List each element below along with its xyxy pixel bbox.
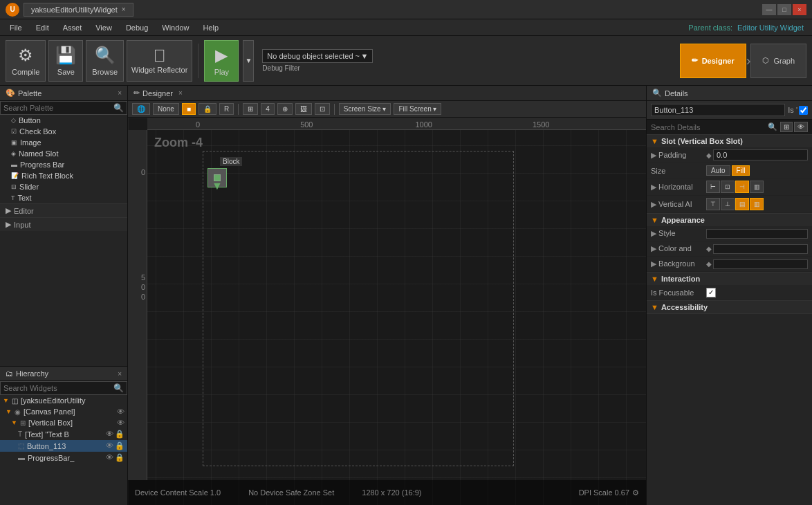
h-align-fill[interactable]: ▥ xyxy=(750,181,764,193)
style-expand-icon[interactable]: ▶ xyxy=(651,229,656,237)
palette-search-icon[interactable]: 🔍 xyxy=(113,103,124,113)
hier-root[interactable]: ▼ ◫ [yaksueEditorUtility xyxy=(0,395,127,406)
none-button[interactable]: None xyxy=(153,103,179,115)
palette-item-button[interactable]: ◇ Button xyxy=(0,115,127,126)
menu-view[interactable]: View xyxy=(89,22,119,33)
fill-button[interactable]: ■ xyxy=(182,103,196,115)
widget-box[interactable]: ▼ xyxy=(207,168,227,187)
graph-button[interactable]: ⬡ Graph xyxy=(750,44,806,78)
debug-object-dropdown[interactable]: No debug object selected ~ ▼ xyxy=(262,49,373,63)
minimize-button[interactable]: — xyxy=(762,4,776,15)
designer-button[interactable]: ✏ Designer xyxy=(680,44,746,78)
accessibility-header[interactable]: ▼ Accessibility xyxy=(647,301,812,313)
play-dropdown[interactable]: ▼ xyxy=(243,40,254,82)
palette-item-checkbox[interactable]: ☑ Check Box xyxy=(0,126,127,137)
text-lock-icon[interactable]: 🔒 xyxy=(115,430,124,439)
v-align-fill[interactable]: ▥ xyxy=(750,198,764,210)
globe-button[interactable]: 🌐 xyxy=(132,103,150,115)
grid-button[interactable]: ⊞ xyxy=(243,103,258,115)
canvas-area[interactable]: 0 500 1000 1500 0 5 0 0 Zoom -4 Block xyxy=(128,118,646,505)
save-button[interactable]: 💾 Save xyxy=(48,40,83,82)
details-search-input[interactable] xyxy=(651,123,765,131)
color-expand-icon[interactable]: ▶ xyxy=(651,244,656,252)
slot-section-header[interactable]: ▼ Slot (Vertical Box Slot) xyxy=(647,135,812,147)
widget-reflector-button[interactable]: ⎕ Widget Reflector xyxy=(127,40,192,82)
4-button[interactable]: 4 xyxy=(261,103,275,115)
details-grid-view[interactable]: ⊞ xyxy=(780,122,793,132)
menu-file[interactable]: File xyxy=(3,22,29,33)
btn-lock-icon[interactable]: 🔒 xyxy=(115,441,124,450)
move-button[interactable]: ⊕ xyxy=(277,103,293,115)
vbox-eye-icon[interactable]: 👁 xyxy=(117,419,124,427)
dpi-settings-icon[interactable]: ⚙ xyxy=(632,488,639,497)
hierarchy-collapse[interactable]: × xyxy=(118,370,122,378)
hier-text[interactable]: T [Text] "Text B 👁 🔒 xyxy=(0,428,127,440)
focusable-checkbox[interactable]: ✓ xyxy=(706,288,716,297)
v-align-top[interactable]: ⊤ xyxy=(706,198,720,210)
pb-eye-icon[interactable]: 👁 xyxy=(106,453,113,462)
details-search-icon[interactable]: 🔍 xyxy=(768,122,777,131)
text-eye-icon[interactable]: 👁 xyxy=(106,430,113,439)
zoom-button[interactable]: ⊡ xyxy=(315,103,330,115)
palette-collapse[interactable]: × xyxy=(118,89,122,97)
h-align-left[interactable]: ⊢ xyxy=(706,181,720,193)
btn-eye-icon[interactable]: 👁 xyxy=(106,441,113,450)
palette-item-image[interactable]: ▣ Image xyxy=(0,137,127,148)
section-input[interactable]: ▶ Input xyxy=(0,217,127,231)
tab-close[interactable]: × xyxy=(122,6,126,13)
details-name-row: Is ' xyxy=(647,101,812,120)
details-eye-view[interactable]: 👁 xyxy=(794,122,808,132)
menu-edit[interactable]: Edit xyxy=(29,22,56,33)
widget-name-input[interactable] xyxy=(651,104,785,116)
hier-canvas-panel[interactable]: ▼ ◉ [Canvas Panel] 👁 xyxy=(0,406,127,417)
hier-vertical-box[interactable]: ▼ ⊞ [Vertical Box] 👁 xyxy=(0,417,127,428)
palette-item-slider[interactable]: ⊟ Slider xyxy=(0,181,127,192)
close-button[interactable]: × xyxy=(793,4,806,15)
image-button[interactable]: 🖼 xyxy=(295,103,312,115)
compile-icon: ⚙ xyxy=(18,46,33,65)
play-button[interactable]: ▶ Play xyxy=(204,40,239,82)
background-swatch[interactable] xyxy=(713,259,808,269)
menu-debug[interactable]: Debug xyxy=(119,22,155,33)
screen-size-dropdown[interactable]: Screen Size ▾ xyxy=(339,103,391,115)
h-align-right[interactable]: ⊣ xyxy=(735,181,749,193)
palette-item-text[interactable]: T Text xyxy=(0,192,127,203)
pb-lock-icon[interactable]: 🔒 xyxy=(115,453,124,462)
auto-button[interactable]: Auto xyxy=(706,165,730,176)
palette-item-rich-text[interactable]: 📝 Rich Text Block xyxy=(0,170,127,181)
hierarchy-search-input[interactable] xyxy=(3,384,112,392)
padding-input[interactable] xyxy=(713,149,808,160)
menu-asset[interactable]: Asset xyxy=(56,22,89,33)
hierarchy-search-icon[interactable]: 🔍 xyxy=(113,383,124,393)
horiz-expand-icon[interactable]: ▶ xyxy=(651,183,656,191)
fill-size-button[interactable]: Fill xyxy=(732,165,750,176)
v-align-center[interactable]: ⊥ xyxy=(721,198,735,210)
bg-expand-icon[interactable]: ▶ xyxy=(651,259,656,268)
v-align-bottom[interactable]: ▤ xyxy=(735,198,749,210)
padding-expand-icon[interactable]: ▶ xyxy=(651,151,656,159)
color-swatch[interactable] xyxy=(713,244,808,254)
save-icon: 💾 xyxy=(55,46,76,65)
palette-item-named-slot[interactable]: ◈ Named Slot xyxy=(0,148,127,159)
section-editor[interactable]: ▶ Editor xyxy=(0,203,127,217)
is-checkbox[interactable] xyxy=(799,106,808,115)
designer-tab-close[interactable]: × xyxy=(178,89,183,97)
compile-button[interactable]: ⚙ Compile xyxy=(6,40,46,82)
hier-progressbar[interactable]: ▬ ProgressBar_ 👁 🔒 xyxy=(0,452,127,463)
palette-item-progress-bar[interactable]: ▬ Progress Bar xyxy=(0,159,127,170)
menu-help[interactable]: Help xyxy=(196,22,225,33)
eye-icon[interactable]: 👁 xyxy=(117,407,124,416)
maximize-button[interactable]: □ xyxy=(777,4,791,15)
r-button[interactable]: R xyxy=(219,103,234,115)
appearance-header[interactable]: ▼ Appearance xyxy=(647,214,812,226)
palette-search-input[interactable] xyxy=(3,104,112,112)
vert-expand-icon[interactable]: ▶ xyxy=(651,200,656,208)
menu-window[interactable]: Window xyxy=(155,22,196,33)
browse-button[interactable]: 🔍 Browse xyxy=(86,40,124,82)
fill-screen-dropdown[interactable]: Fill Screen ▾ xyxy=(394,103,441,115)
interaction-header[interactable]: ▼ Interaction xyxy=(647,273,812,285)
h-align-center[interactable]: ⊡ xyxy=(721,181,735,193)
editor-tab[interactable]: yaksueEditorUtilityWidget × xyxy=(24,3,133,17)
hier-button113[interactable]: ⬚ Button_113 👁 🔒 xyxy=(0,440,127,452)
lock-canvas-button[interactable]: 🔒 xyxy=(199,103,216,115)
